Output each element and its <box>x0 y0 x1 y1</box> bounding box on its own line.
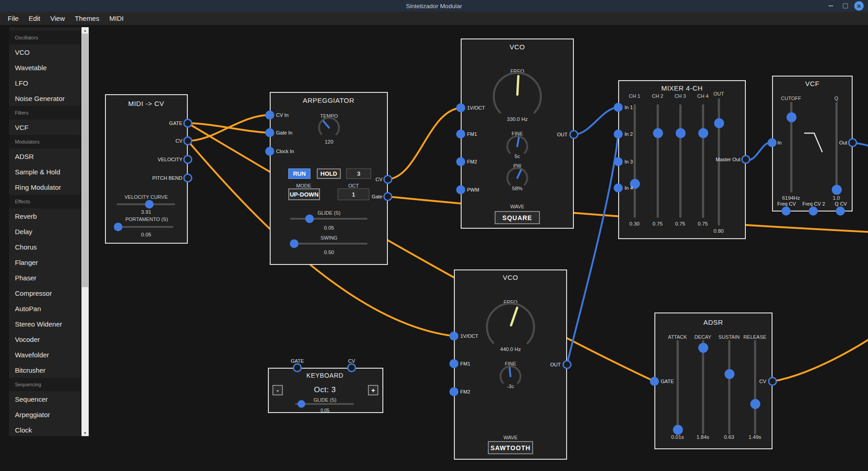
ch2-label: CH 2 <box>652 93 663 99</box>
attack-slider[interactable] <box>677 340 679 434</box>
fine-value: -3c <box>507 384 514 389</box>
tempo-knob[interactable] <box>316 115 342 140</box>
q-label: Q <box>835 96 839 101</box>
cable-adsr-cv-out[interactable] <box>773 340 868 381</box>
port-label: PITCH BEND <box>152 175 182 181</box>
port-label: CV <box>176 138 182 144</box>
octave-down-button[interactable]: - <box>272 385 283 395</box>
port-keyboard-gate-out[interactable] <box>293 363 302 372</box>
port-midi-cv-out[interactable] <box>183 136 192 145</box>
port-vcf-freq-cv[interactable] <box>782 207 791 216</box>
port-vco2-fm1[interactable] <box>449 359 458 368</box>
port-label: Freq CV <box>777 201 796 207</box>
port-midi-velocity-out[interactable] <box>183 155 192 164</box>
release-slider[interactable] <box>754 340 756 434</box>
port-label: FM1 <box>460 361 470 366</box>
port-vco2-out[interactable] <box>563 360 572 369</box>
glide-value: 0.05 <box>324 225 334 231</box>
port-label: VELOCITY <box>158 157 182 162</box>
port-vcf-freq-cv2[interactable] <box>809 207 818 216</box>
release-value: 1.49s <box>749 434 761 440</box>
port-midi-pitchbend-out[interactable] <box>183 173 192 183</box>
freq-knob[interactable] <box>485 302 536 352</box>
module-title: ARPEGGIATOR <box>303 96 354 104</box>
module-title: ADSR <box>703 318 723 326</box>
port-mixer-in4[interactable] <box>614 183 623 192</box>
cable-vco1-out-to-mixer-in1[interactable] <box>574 107 618 135</box>
port-vco2-1voct[interactable] <box>449 332 458 341</box>
velocity-curve-slider[interactable] <box>117 203 175 205</box>
port-midi-gate-out[interactable] <box>183 119 192 128</box>
port-vcf-out[interactable] <box>848 138 857 147</box>
port-mixer-in1[interactable] <box>614 103 623 112</box>
port-label: 1V/OCT <box>467 105 485 111</box>
port-vco2-fm2[interactable] <box>449 387 458 396</box>
port-keyboard-cv-out[interactable] <box>347 363 356 372</box>
mixer-ch3-slider[interactable] <box>679 104 682 218</box>
steps-display[interactable]: 3 <box>346 168 371 179</box>
port-arp-cv-in[interactable] <box>265 111 274 120</box>
mixer-ch2-slider[interactable] <box>657 104 659 218</box>
module-title: VCO <box>503 274 518 281</box>
ch4-label: CH 4 <box>697 93 708 99</box>
port-vco1-out[interactable] <box>569 130 578 139</box>
ch2-value: 0.75 <box>653 221 663 226</box>
velocity-curve-value: 3.91 <box>141 209 151 215</box>
oct-label: OCT <box>348 183 358 188</box>
port-vco1-fm1[interactable] <box>456 130 465 139</box>
portamento-slider[interactable] <box>114 226 173 228</box>
fine-value: 5c <box>515 154 520 159</box>
pw-value: 58% <box>512 186 522 191</box>
glide-slider[interactable] <box>290 218 367 220</box>
swing-label: SWING <box>320 235 337 240</box>
decay-slider[interactable] <box>702 340 704 434</box>
swing-slider[interactable] <box>290 243 367 245</box>
port-vcf-q-cv[interactable] <box>836 207 845 216</box>
mixer-ch4-slider[interactable] <box>702 104 704 218</box>
octave-up-button[interactable]: + <box>368 385 378 395</box>
glide-value: 0.05 <box>320 408 329 413</box>
oct-display[interactable]: 1 <box>338 188 369 200</box>
port-label: Master Out <box>716 157 740 162</box>
decay-value: 1.84s <box>696 434 709 440</box>
port-label: GATE <box>169 120 182 126</box>
port-mixer-in2[interactable] <box>614 130 623 139</box>
port-arp-gate-out[interactable] <box>383 192 392 201</box>
module-title: VCO <box>510 43 525 51</box>
hold-button[interactable]: HOLD <box>317 168 341 179</box>
port-adsr-gate[interactable] <box>650 377 659 386</box>
freq-knob[interactable] <box>492 71 543 122</box>
port-adsr-cv-out[interactable] <box>768 377 777 386</box>
cable-midi-gate-to-adsr-gate[interactable] <box>188 123 654 381</box>
cable-midi-cv-to-arp-cv-in[interactable] <box>188 115 270 141</box>
wave-label: WAVE <box>503 435 517 440</box>
port-arp-cv-out[interactable] <box>383 175 392 184</box>
mode-button[interactable]: UP-DOWN <box>288 188 320 200</box>
attack-label: ATTACK <box>668 334 687 340</box>
port-arp-clock-in[interactable] <box>265 147 274 156</box>
ch1-value: 0.30 <box>630 221 639 226</box>
cable-arp-cv-to-vco1-1voct[interactable] <box>388 108 461 179</box>
port-mixer-in3[interactable] <box>614 157 623 166</box>
keyboard-glide-slider[interactable] <box>295 403 354 405</box>
module-title: MIDI -> CV <box>128 100 164 107</box>
port-vco1-pwm[interactable] <box>456 185 465 194</box>
port-label: In 1 <box>625 105 633 110</box>
port-mixer-master-out[interactable] <box>741 155 750 164</box>
mixer-ch1-slider[interactable] <box>634 104 636 218</box>
wave-button[interactable]: SAWTOOTH <box>488 441 533 454</box>
port-label: In <box>777 140 782 145</box>
cutoff-slider[interactable] <box>790 102 792 192</box>
q-slider[interactable] <box>835 102 838 192</box>
sustain-slider[interactable] <box>728 340 730 434</box>
mode-label: MODE <box>296 183 311 188</box>
run-button[interactable]: RUN <box>288 168 310 179</box>
cable-vco2-out-to-mixer-in2[interactable] <box>567 134 618 365</box>
port-vcf-in[interactable] <box>768 138 777 147</box>
wave-button[interactable]: SQUARE <box>495 211 540 224</box>
out-label: OUT <box>713 91 724 96</box>
port-arp-gate-in[interactable] <box>265 128 274 137</box>
port-vco1-fm2[interactable] <box>456 157 465 166</box>
port-vco1-1voct[interactable] <box>456 103 465 112</box>
module-title: KEYBOARD <box>306 372 343 379</box>
